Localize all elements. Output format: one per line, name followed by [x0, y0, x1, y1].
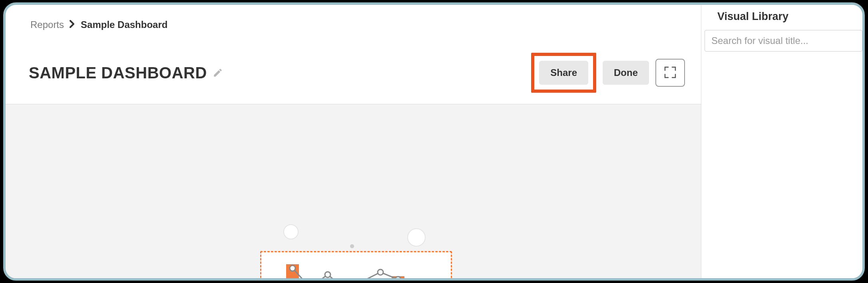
chart-placeholder-icon	[261, 252, 452, 281]
fullscreen-button[interactable]	[655, 59, 685, 87]
breadcrumb-current: Sample Dashboard	[81, 19, 167, 30]
visual-library-panel: Visual Library	[701, 5, 862, 278]
page-title: SAMPLE DASHBOARD	[29, 64, 207, 82]
share-button[interactable]: Share	[539, 61, 588, 85]
header-actions: Share Done	[531, 53, 685, 93]
sidebar-title: Visual Library	[701, 5, 862, 30]
done-button[interactable]: Done	[603, 61, 649, 85]
chevron-right-icon	[70, 20, 75, 30]
dashboard-canvas[interactable]	[6, 104, 701, 278]
dashboard-header: SAMPLE DASHBOARD Share Done	[6, 33, 701, 104]
breadcrumb-parent-link[interactable]: Reports	[30, 19, 64, 30]
search-input[interactable]	[705, 30, 862, 52]
svg-point-13	[395, 277, 401, 281]
svg-point-12	[378, 269, 383, 275]
decorative-bubble	[283, 224, 299, 239]
pencil-icon[interactable]	[213, 68, 223, 78]
decorative-bubble	[407, 228, 426, 247]
main-content: Reports Sample Dashboard SAMPLE DASHBOAR…	[6, 5, 701, 278]
decorative-dot	[350, 244, 354, 248]
expand-icon	[663, 65, 677, 81]
visual-placeholder[interactable]	[260, 251, 452, 281]
breadcrumb: Reports Sample Dashboard	[6, 5, 701, 33]
svg-point-8	[290, 265, 295, 271]
tutorial-highlight: Share	[531, 53, 596, 93]
app-window: Reports Sample Dashboard SAMPLE DASHBOAR…	[3, 2, 865, 281]
svg-point-10	[325, 272, 330, 277]
title-container: SAMPLE DASHBOARD	[29, 64, 223, 82]
